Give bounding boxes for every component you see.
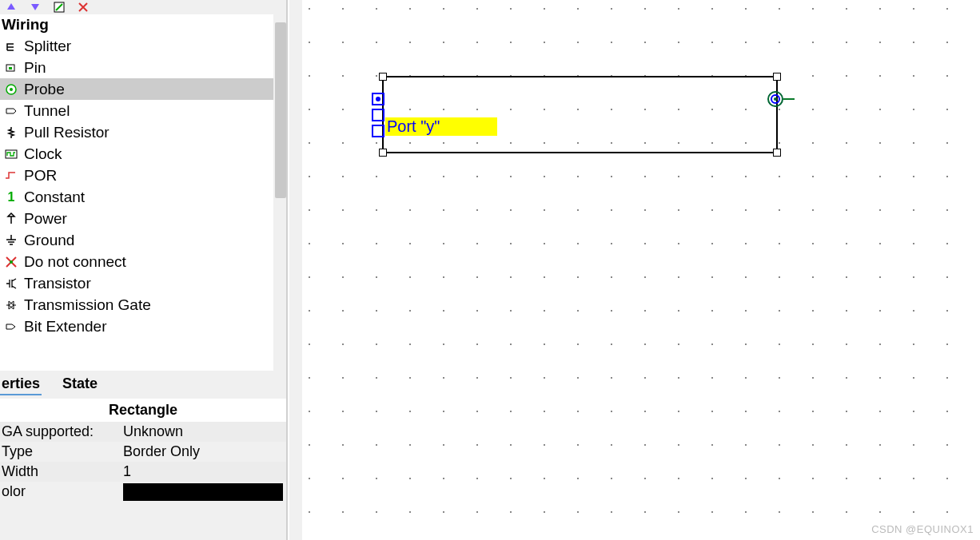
list-item-label: Transistor	[24, 275, 91, 292]
down-arrow-icon[interactable]	[27, 0, 43, 15]
property-value[interactable]	[123, 483, 285, 505]
canvas[interactable]: Port "y"	[289, 0, 980, 540]
port-left-1[interactable]	[372, 93, 384, 105]
property-row[interactable]: TypeBorder Only	[0, 442, 286, 462]
component-list[interactable]: Wiring Splitter Pin Probe Tunnel Pull Re…	[0, 14, 286, 371]
svg-rect-10	[372, 125, 384, 137]
svg-point-13	[774, 97, 777, 101]
list-item-transistor[interactable]: Transistor	[0, 272, 286, 294]
list-item-tunnel[interactable]: Tunnel	[0, 100, 286, 121]
list-item-bitext[interactable]: Bit Extender	[0, 316, 286, 337]
list-item-label: Probe	[24, 81, 65, 98]
transistor-icon	[3, 276, 19, 292]
tgate-icon	[3, 297, 19, 313]
list-item-label: Tunnel	[24, 102, 70, 120]
properties-table: GA supported:UnknownTypeBorder OnlyWidth…	[0, 422, 286, 506]
list-item-dnc[interactable]: Do not connect	[0, 251, 286, 272]
list-item-label: Constant	[24, 189, 85, 206]
list-item-label: Power	[24, 210, 67, 228]
property-key: Width	[2, 463, 123, 480]
tunnel-icon	[3, 103, 19, 119]
list-item-power[interactable]: Power	[0, 208, 286, 229]
pullres-icon	[3, 125, 19, 141]
por-icon	[3, 168, 19, 184]
list-item-pullres[interactable]: Pull Resistor	[0, 121, 286, 143]
svg-point-6	[10, 260, 13, 264]
svg-point-4	[10, 88, 13, 91]
list-item-label: Ground	[24, 232, 74, 249]
list-item-label: Do not connect	[24, 253, 126, 271]
svg-rect-9	[372, 109, 384, 121]
properties-heading: Rectangle	[0, 399, 286, 422]
list-item-label: Clock	[24, 145, 62, 163]
watermark: CSDN @EQUINOX1	[871, 523, 974, 535]
list-item-ground[interactable]: Ground	[0, 229, 286, 251]
port-left-2[interactable]	[372, 109, 384, 121]
property-key: Type	[2, 443, 123, 460]
list-item-label: Pin	[24, 59, 46, 77]
list-item-label: Pull Resistor	[24, 124, 110, 141]
dnc-icon	[3, 254, 19, 270]
property-key: olor	[2, 483, 123, 505]
list-item-por[interactable]: POR	[0, 165, 286, 186]
list-item-label: Bit Extender	[24, 318, 107, 336]
constant-icon: 1	[3, 189, 19, 205]
property-tabs: erties State	[0, 371, 286, 399]
delete-icon[interactable]	[75, 0, 91, 15]
small-toolbar	[0, 0, 286, 14]
property-row[interactable]: Width1	[0, 462, 286, 482]
list-item-splitter[interactable]: Splitter	[0, 35, 286, 57]
list-item-tgate[interactable]: Transmission Gate	[0, 294, 286, 316]
splitter-icon	[3, 38, 19, 54]
port-label: Port "y"	[385, 117, 497, 136]
port-right-output[interactable]	[768, 92, 795, 106]
property-value[interactable]: Unknown	[123, 423, 285, 440]
property-key: GA supported:	[2, 423, 123, 440]
property-value[interactable]: 1	[123, 463, 285, 480]
scrollbar-thumb[interactable]	[275, 22, 286, 198]
list-item-clock[interactable]: Clock	[0, 143, 286, 165]
property-row[interactable]: GA supported:Unknown	[0, 422, 286, 442]
port-markers	[289, 0, 980, 540]
clock-icon	[3, 146, 19, 162]
list-scrollbar[interactable]	[273, 14, 286, 371]
category-header: Wiring	[0, 14, 286, 35]
list-item-constant[interactable]: 1 Constant	[0, 186, 286, 208]
probe-icon	[3, 81, 19, 97]
svg-point-8	[376, 97, 380, 101]
power-icon	[3, 211, 19, 227]
list-item-label: Splitter	[24, 38, 71, 55]
edit-icon[interactable]	[51, 0, 67, 15]
list-item-probe[interactable]: Probe	[0, 78, 286, 100]
color-swatch[interactable]	[123, 483, 283, 501]
pin-icon	[3, 60, 19, 76]
svg-rect-2	[9, 67, 12, 69]
list-item-label: Transmission Gate	[24, 296, 151, 314]
property-value[interactable]: Border Only	[123, 443, 285, 460]
up-arrow-icon[interactable]	[3, 0, 19, 15]
list-item-label: POR	[24, 167, 57, 185]
ground-icon	[3, 232, 19, 248]
bitext-icon	[3, 319, 19, 335]
tab-state[interactable]: State	[61, 374, 99, 395]
tab-properties[interactable]: erties	[0, 374, 42, 395]
port-left-3[interactable]	[372, 125, 384, 137]
list-item-pin[interactable]: Pin	[0, 57, 286, 78]
property-row[interactable]: olor	[0, 482, 286, 506]
left-panel: Wiring Splitter Pin Probe Tunnel Pull Re…	[0, 0, 288, 540]
